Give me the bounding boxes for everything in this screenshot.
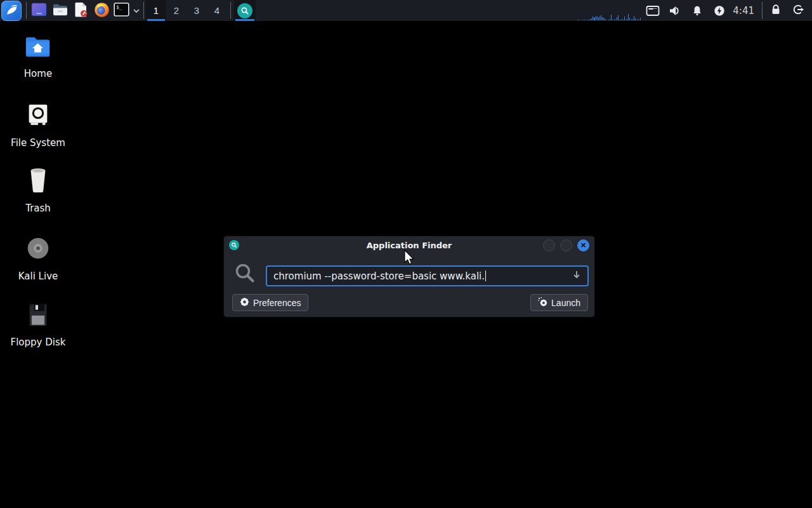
launcher-file-manager[interactable] <box>49 0 70 21</box>
firefox-icon <box>94 2 110 20</box>
workspace-switcher: 1 2 3 4 <box>146 0 227 21</box>
desktop-icon-label: Floppy Disk <box>11 337 66 348</box>
panel-separator <box>762 2 763 19</box>
kali-dragon-icon <box>4 2 19 19</box>
window-magnifier-teal-icon <box>229 240 239 250</box>
gear-icon <box>240 297 249 309</box>
display-tray-icon[interactable] <box>641 0 664 21</box>
launch-label: Launch <box>551 298 580 308</box>
panel-separator <box>230 2 231 19</box>
command-input[interactable]: chromium --password-store=basic www.kali… <box>266 265 589 286</box>
application-finder-window: Application Finder ✕ chromium --password… <box>223 236 595 318</box>
workspace-3[interactable]: 3 <box>187 0 207 21</box>
close-x-icon: ✕ <box>580 242 586 249</box>
launcher-window-settings[interactable] <box>29 0 49 21</box>
floppy-disk-icon <box>24 301 52 331</box>
clock[interactable]: 4:41 <box>733 5 754 17</box>
window-title: Application Finder <box>224 241 594 250</box>
applications-menu-button[interactable] <box>1 1 22 21</box>
home-folder-icon <box>23 34 53 63</box>
volume-tray-icon[interactable] <box>664 0 686 21</box>
desktop-icon-label: Trash <box>25 203 51 214</box>
preferences-button[interactable]: Preferences <box>232 294 308 311</box>
command-input-value: chromium --password-store=basic www.kali… <box>273 271 485 282</box>
chevron-down-icon <box>133 6 140 15</box>
trash-icon <box>25 166 51 197</box>
workspace-2[interactable]: 2 <box>166 0 187 21</box>
purple-window-icon <box>31 2 47 19</box>
launcher-text-editor[interactable] <box>70 0 91 21</box>
maximize-button[interactable] <box>560 239 572 251</box>
notifications-tray-icon[interactable] <box>686 0 708 21</box>
panel-separator <box>143 2 144 19</box>
power-manager-tray-icon[interactable] <box>708 0 730 21</box>
workspace-1[interactable]: 1 <box>146 0 166 21</box>
text-caret <box>485 271 486 281</box>
terminal-prompt-glyph: $_ <box>116 4 122 10</box>
panel-separator <box>26 2 27 19</box>
close-button[interactable]: ✕ <box>577 239 589 251</box>
launch-button[interactable]: Launch <box>530 294 588 311</box>
workspace-4[interactable]: 4 <box>207 0 227 21</box>
logout-arrow-icon <box>792 3 804 18</box>
run-gear-icon <box>538 297 547 309</box>
arrow-down-icon <box>572 270 581 282</box>
logout-button[interactable] <box>787 0 809 21</box>
terminal-icon: $_ <box>114 2 129 19</box>
folder-icon <box>52 2 69 19</box>
preferences-label: Preferences <box>253 298 301 308</box>
desktop-icon-trash[interactable]: Trash <box>5 166 71 214</box>
document-edit-icon <box>74 1 89 20</box>
search-magnifier-icon <box>234 262 257 288</box>
desktop-icon-label: File System <box>11 137 65 149</box>
cpu-graph-bars <box>577 11 641 20</box>
top-panel: $_ 1 2 3 4 <box>0 0 812 21</box>
optical-disc-icon <box>23 234 53 265</box>
cpu-graph[interactable] <box>577 0 641 21</box>
lock-screen-button[interactable] <box>764 0 787 21</box>
desktop: $_ 1 2 3 4 <box>0 0 812 508</box>
minimize-button[interactable] <box>543 239 555 251</box>
desktop-icon-label: Home <box>24 68 52 79</box>
titlebar[interactable]: Application Finder ✕ <box>224 236 594 254</box>
desktop-icon-kali-live[interactable]: Kali Live <box>5 234 71 282</box>
magnifier-teal-icon <box>237 3 252 18</box>
window-controls: ✕ <box>543 239 589 251</box>
desktop-icon-label: Kali Live <box>18 271 58 282</box>
desktop-icon-floppy-disk[interactable]: Floppy Disk <box>5 301 71 348</box>
history-dropdown-button[interactable] <box>572 270 581 282</box>
desktop-icon-file-system[interactable]: File System <box>5 100 71 149</box>
desktop-icon-home[interactable]: Home <box>5 34 71 79</box>
launcher-web-browser[interactable] <box>91 0 112 21</box>
drive-icon <box>23 100 53 132</box>
terminal-dropdown-button[interactable] <box>131 0 141 21</box>
launcher-terminal[interactable]: $_ <box>112 0 131 21</box>
lock-icon <box>769 3 782 18</box>
taskbar-application-finder[interactable] <box>234 0 256 21</box>
